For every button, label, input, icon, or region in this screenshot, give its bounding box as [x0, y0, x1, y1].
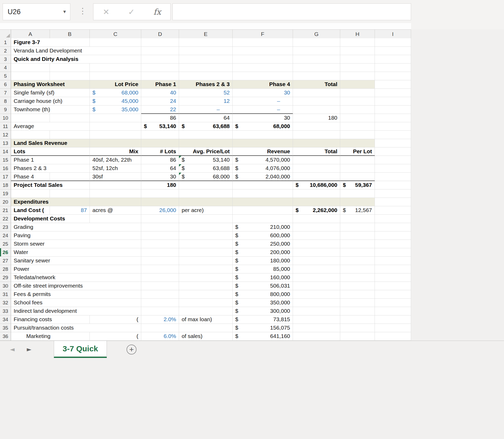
cell-C19[interactable]: [90, 189, 141, 198]
cell-F3[interactable]: [233, 55, 293, 64]
cell-I15[interactable]: [375, 156, 411, 164]
cell-B12[interactable]: [50, 131, 90, 139]
cell-F19[interactable]: [233, 189, 293, 198]
cell-F36[interactable]: $641,160: [233, 332, 293, 341]
cell-D24[interactable]: [141, 231, 179, 240]
cell-G1[interactable]: [293, 38, 340, 47]
cell-A7[interactable]: Single family (sf): [11, 89, 90, 97]
cell-A34[interactable]: Financing costs: [11, 315, 90, 324]
row-header-12[interactable]: 12: [0, 131, 11, 139]
cell-I19[interactable]: [375, 189, 411, 198]
row-header-36[interactable]: 36: [0, 332, 11, 341]
cell-I12[interactable]: [375, 131, 411, 139]
cell-H27[interactable]: [340, 257, 375, 265]
cell-G11[interactable]: [293, 122, 340, 131]
column-header-H[interactable]: H: [340, 30, 375, 39]
row-header-34[interactable]: 34: [0, 315, 11, 324]
column-header-A[interactable]: A: [11, 30, 50, 39]
cell-F7[interactable]: 30: [233, 89, 293, 97]
cell-H20[interactable]: [340, 198, 375, 206]
cell-F23[interactable]: $210,000: [233, 223, 293, 231]
cell-E16[interactable]: $63,688: [179, 164, 233, 173]
cell-H19[interactable]: [340, 189, 375, 198]
cell-G26[interactable]: [293, 248, 340, 257]
cell-F6[interactable]: Phase 4: [233, 80, 293, 89]
cell-E22[interactable]: [179, 215, 233, 223]
cell-G20[interactable]: [293, 198, 340, 206]
cell-A6[interactable]: Phasing Worksheet: [11, 80, 90, 89]
cell-E7[interactable]: 52: [179, 89, 233, 97]
cell-G25[interactable]: [293, 240, 340, 248]
cell-G5[interactable]: [293, 72, 340, 80]
cell-D7[interactable]: 40: [141, 89, 179, 97]
cell-H21[interactable]: $12,567: [340, 206, 375, 215]
column-header-C[interactable]: C: [90, 30, 141, 39]
cell-C36[interactable]: (: [90, 332, 141, 341]
cell-G22[interactable]: [293, 215, 340, 223]
new-sheet-button[interactable]: +: [127, 345, 136, 355]
cell-H14[interactable]: Per Lot: [340, 147, 375, 156]
cell-A16[interactable]: Phases 2 & 3: [11, 164, 90, 173]
cell-C15[interactable]: 40sf, 24ch, 22th: [90, 156, 141, 164]
row-header-26[interactable]: 26: [0, 248, 11, 257]
cell-I10[interactable]: [375, 114, 411, 122]
cell-E36[interactable]: of sales): [179, 332, 233, 341]
cell-E24[interactable]: [179, 231, 233, 240]
cell-D19[interactable]: [141, 189, 179, 198]
cell-A27[interactable]: Sanitary sewer: [11, 257, 141, 265]
cell-I30[interactable]: [375, 282, 411, 290]
cell-C6[interactable]: Lot Price: [90, 80, 141, 89]
cell-I1[interactable]: [375, 38, 411, 47]
column-header-B[interactable]: B: [50, 30, 90, 39]
cell-F1[interactable]: [233, 38, 293, 47]
cell-I28[interactable]: [375, 265, 411, 273]
cell-F11[interactable]: $68,000: [233, 122, 293, 131]
cell-A5[interactable]: [11, 72, 50, 80]
cell-A29[interactable]: Teledata/network: [11, 273, 141, 282]
cell-G35[interactable]: [293, 324, 340, 332]
cell-E15[interactable]: $53,140: [179, 156, 233, 164]
cell-E11[interactable]: $63,688: [179, 122, 233, 131]
cell-C16[interactable]: 52sf, 12ch: [90, 164, 141, 173]
cell-A14[interactable]: Lots: [11, 147, 90, 156]
cell-E31[interactable]: [179, 290, 233, 299]
cell-B5[interactable]: [50, 72, 90, 80]
cell-E14[interactable]: Avg. Price/Lot: [179, 147, 233, 156]
cell-E20[interactable]: [179, 198, 233, 206]
row-header-25[interactable]: 25: [0, 240, 11, 248]
name-box-dropdown-icon[interactable]: ▼: [63, 4, 66, 20]
row-header-2[interactable]: 2: [0, 47, 11, 55]
cell-H29[interactable]: [340, 273, 375, 282]
row-header-20[interactable]: 20: [0, 198, 11, 206]
cell-A11[interactable]: Average: [11, 122, 90, 131]
cell-A31[interactable]: Fees & permits: [11, 290, 141, 299]
row-header-5[interactable]: 5: [0, 72, 11, 80]
cell-G8[interactable]: [293, 97, 340, 105]
cell-F15[interactable]: $4,570,000: [233, 156, 293, 164]
row-header-14[interactable]: 14: [0, 147, 11, 156]
cell-A19[interactable]: [11, 189, 50, 198]
cell-I21[interactable]: [375, 206, 411, 215]
cell-G6[interactable]: Total: [293, 80, 340, 89]
cell-F21[interactable]: [233, 206, 293, 215]
cell-E9[interactable]: –: [179, 105, 233, 114]
tab-scroll-left-icon[interactable]: ◄: [10, 341, 15, 358]
cell-I23[interactable]: [375, 223, 411, 231]
cell-A26[interactable]: Water: [11, 248, 141, 257]
cell-G14[interactable]: Total: [293, 147, 340, 156]
cancel-icon[interactable]: ✕: [103, 7, 109, 17]
cell-A2[interactable]: Veranda Land Development: [11, 47, 141, 55]
cell-E1[interactable]: [179, 38, 233, 47]
cell-G7[interactable]: [293, 89, 340, 97]
cell-D30[interactable]: [141, 282, 179, 290]
cell-I33[interactable]: [375, 307, 411, 315]
cell-D28[interactable]: [141, 265, 179, 273]
cell-D3[interactable]: [141, 55, 179, 64]
column-header-F[interactable]: F: [233, 30, 293, 39]
cell-E8[interactable]: 12: [179, 97, 233, 105]
cell-H33[interactable]: [340, 307, 375, 315]
cell-I14[interactable]: [375, 147, 411, 156]
cell-E2[interactable]: [179, 47, 233, 55]
cell-E29[interactable]: [179, 273, 233, 282]
cell-D8[interactable]: 24: [141, 97, 179, 105]
